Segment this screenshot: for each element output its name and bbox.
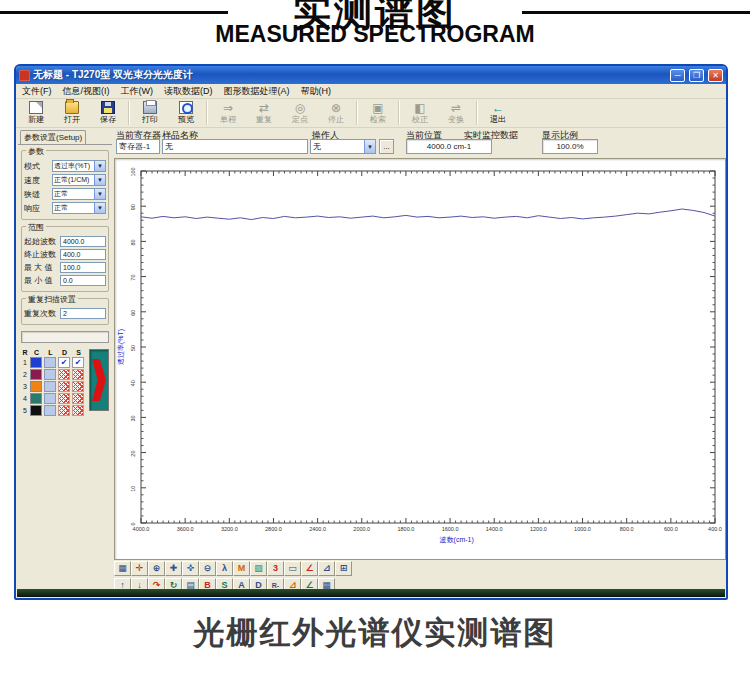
register-table: RCLDS1✔✔2345 bbox=[21, 349, 85, 416]
reg-header: L bbox=[44, 349, 57, 356]
cursor-button[interactable]: ✜ bbox=[182, 561, 199, 576]
minimize-button[interactable]: ─ bbox=[670, 69, 685, 82]
tab-setup[interactable]: 参数设置(Setup) bbox=[20, 130, 86, 144]
svg-text:1600.0: 1600.0 bbox=[442, 526, 459, 532]
operator-combo[interactable]: 无 ▼ bbox=[310, 139, 376, 154]
chevron-down-icon[interactable]: ▼ bbox=[94, 189, 105, 199]
x-icon[interactable] bbox=[72, 369, 84, 380]
register-combo[interactable]: 寄存器-1 bbox=[116, 139, 160, 154]
repeat-count-input[interactable]: 2 bbox=[60, 308, 106, 319]
threed-button[interactable]: 3 bbox=[267, 561, 284, 576]
x-icon[interactable] bbox=[72, 381, 84, 392]
zoom-in-button[interactable]: ⊕ bbox=[148, 561, 165, 576]
x-icon[interactable] bbox=[72, 405, 84, 416]
transform-button: ⇌变换 bbox=[438, 100, 474, 127]
exit-button[interactable]: ←退出 bbox=[480, 100, 516, 127]
transform-label: 变换 bbox=[448, 114, 464, 125]
range-input-2[interactable]: 100.0 bbox=[60, 262, 106, 273]
crosshair-button[interactable]: ✛ bbox=[131, 561, 148, 576]
save-label: 保存 bbox=[100, 114, 116, 125]
menu-item-4[interactable]: 图形数据处理(A) bbox=[224, 85, 290, 98]
range-row-3: 最 小 值0.0 bbox=[24, 275, 106, 286]
check-icon[interactable]: ✔ bbox=[72, 357, 84, 368]
preview-button[interactable]: 预览 bbox=[168, 100, 204, 127]
x-icon[interactable] bbox=[58, 381, 70, 392]
region-button[interactable]: ▭ bbox=[284, 561, 301, 576]
svg-text:60: 60 bbox=[130, 310, 136, 316]
print-button[interactable]: 打印 bbox=[132, 100, 168, 127]
menu-item-2[interactable]: 工作(W) bbox=[121, 85, 154, 98]
color-swatch[interactable] bbox=[30, 357, 42, 368]
reg-checkbox[interactable] bbox=[44, 357, 56, 368]
x-icon[interactable] bbox=[58, 405, 70, 416]
close-button[interactable]: ✕ bbox=[708, 69, 723, 82]
smooth-button[interactable]: ▨ bbox=[250, 561, 267, 576]
grid-button[interactable]: ▦ bbox=[114, 561, 131, 576]
svg-text:30: 30 bbox=[130, 415, 136, 421]
svg-text:10: 10 bbox=[130, 486, 136, 492]
save-icon bbox=[101, 101, 115, 114]
param-combo-3[interactable]: 正常▼ bbox=[52, 202, 106, 214]
sample-name-input[interactable]: 无 bbox=[162, 139, 308, 154]
reg-row-index: 4 bbox=[21, 393, 29, 404]
move-button[interactable]: ✚ bbox=[165, 561, 182, 576]
reg-checkbox[interactable] bbox=[44, 405, 56, 416]
reg-row-index: 5 bbox=[21, 405, 29, 416]
search-icon: ▣ bbox=[372, 102, 383, 114]
angle-button[interactable]: ∠ bbox=[301, 561, 318, 576]
setup-panel: 参数设置(Setup) 参数 模式透过率(%T)▼速度正常(1/CM)▼狭缝正常… bbox=[18, 130, 112, 591]
app-icon bbox=[19, 70, 30, 81]
color-swatch[interactable] bbox=[30, 393, 42, 404]
exit-label: 退出 bbox=[490, 114, 506, 125]
chevron-down-icon[interactable]: ▼ bbox=[94, 203, 105, 213]
reg-checkbox[interactable] bbox=[44, 393, 56, 404]
menu-item-0[interactable]: 文件(F) bbox=[22, 85, 52, 98]
color-swatch[interactable] bbox=[30, 369, 42, 380]
range-input-3[interactable]: 0.0 bbox=[60, 275, 106, 286]
x-icon[interactable] bbox=[58, 393, 70, 404]
range-input-1[interactable]: 400.0 bbox=[60, 249, 106, 260]
svg-text:70: 70 bbox=[130, 275, 136, 281]
menu-item-5[interactable]: 帮助(H) bbox=[301, 85, 332, 98]
peak-button[interactable]: M bbox=[233, 561, 250, 576]
zoom-out-button[interactable]: ⊖ bbox=[199, 561, 216, 576]
spectrum-plot: 4000.03600.03200.02800.02400.02000.01800… bbox=[115, 159, 727, 561]
x-icon[interactable] bbox=[58, 369, 70, 380]
param-row-3: 响应正常▼ bbox=[24, 202, 106, 214]
range-input-0[interactable]: 4000.0 bbox=[60, 236, 106, 247]
chevron-down-icon[interactable]: ▼ bbox=[364, 140, 375, 153]
svg-text:100: 100 bbox=[130, 167, 136, 176]
param-combo-0[interactable]: 透过率(%T)▼ bbox=[52, 160, 106, 172]
menu-item-3[interactable]: 读取数据(D) bbox=[164, 85, 213, 98]
spectrum-chart: 4000.03600.03200.02800.02400.02000.01800… bbox=[114, 158, 726, 560]
reg-checkbox[interactable] bbox=[44, 381, 56, 392]
check-icon[interactable]: ✔ bbox=[58, 357, 70, 368]
advance-panel[interactable] bbox=[89, 349, 109, 411]
param-combo-2[interactable]: 正常▼ bbox=[52, 188, 106, 200]
new-button[interactable]: 新建 bbox=[18, 100, 54, 127]
x-icon[interactable] bbox=[72, 393, 84, 404]
open-button[interactable]: 打开 bbox=[54, 100, 90, 127]
transform-icon: ⇌ bbox=[451, 102, 461, 114]
reg-header: R bbox=[21, 349, 29, 356]
gridplus-button[interactable]: ⊞ bbox=[335, 561, 352, 576]
range-row-2: 最 大 值100.0 bbox=[24, 262, 106, 273]
range-label: 最 大 值 bbox=[24, 262, 58, 273]
lambda-button[interactable]: λ bbox=[216, 561, 233, 576]
chevron-down-icon[interactable]: ▼ bbox=[94, 175, 105, 185]
param-label: 模式 bbox=[24, 161, 50, 172]
maximize-button[interactable]: ❐ bbox=[689, 69, 704, 82]
color-swatch[interactable] bbox=[30, 381, 42, 392]
title-bar[interactable]: 无标题 - TJ270型 双光束分光光度计 ─ ❐ ✕ bbox=[16, 66, 726, 84]
color-swatch[interactable] bbox=[30, 405, 42, 416]
baseline-button[interactable]: ⊿ bbox=[318, 561, 335, 576]
save-button[interactable]: 保存 bbox=[90, 100, 126, 127]
reg-checkbox[interactable] bbox=[44, 369, 56, 380]
chevron-down-icon[interactable]: ▼ bbox=[94, 161, 105, 171]
menu-item-1[interactable]: 信息/视图(I) bbox=[63, 85, 110, 98]
scale-readout: 100.0% bbox=[542, 139, 598, 154]
param-group: 参数 模式透过率(%T)▼速度正常(1/CM)▼狭缝正常▼响应正常▼ bbox=[21, 150, 109, 220]
param-combo-1[interactable]: 正常(1/CM)▼ bbox=[52, 174, 106, 186]
browse-button[interactable]: ... bbox=[379, 139, 394, 154]
stop-button: ⊗停止 bbox=[318, 100, 354, 127]
